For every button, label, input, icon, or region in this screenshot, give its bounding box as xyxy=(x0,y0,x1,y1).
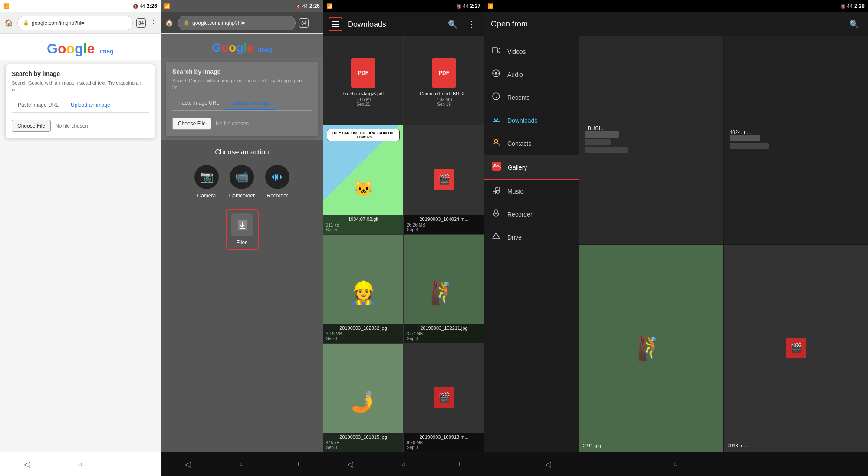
downloads-header: Downloads 🔍 ⋮ xyxy=(323,12,484,36)
address-bar-1: 🏠 🔒 google.com/imghp?hl= 34 ⋮ xyxy=(0,12,161,34)
home-nav-button-2[interactable]: ○ xyxy=(235,457,249,471)
home-button-2[interactable]: 🏠 xyxy=(164,18,174,28)
recent-button-2[interactable]: □ xyxy=(289,457,303,471)
dialog-tabs-1: Paste image URL Upload an image xyxy=(12,98,149,113)
menu-button-1[interactable]: ⋮ xyxy=(149,18,157,28)
wifi-icon-4: 📶 xyxy=(487,3,493,9)
garfield-info: 1984.07.02.gif 111 kB Sep 5 xyxy=(323,215,403,234)
download-files-icon xyxy=(235,218,249,232)
camcorder-label: Camcorder xyxy=(229,193,255,199)
status-left-3: 📶 xyxy=(327,3,333,9)
svg-rect-11 xyxy=(492,48,497,53)
speech-bubble: THEY CAN KISS THE DEW FROM THE FLOWERS xyxy=(327,129,400,141)
back-button-1[interactable]: ◁ xyxy=(20,457,34,471)
tab-count-2[interactable]: 34 xyxy=(299,18,309,28)
sidebar-item-audio[interactable]: Audio xyxy=(484,63,579,86)
tab-count-1[interactable]: 34 xyxy=(136,18,146,28)
person-photo-preview-2: 🧗 xyxy=(430,280,458,306)
camera-action[interactable]: 📷 Camera xyxy=(194,165,219,199)
battery-level-4: 44 xyxy=(847,3,852,9)
wifi-icon-2: 📶 xyxy=(164,3,170,9)
sidebar-item-recents[interactable]: Recents xyxy=(484,86,579,109)
recorder-action[interactable]: Recorder xyxy=(265,165,289,199)
address-bar-2: 🏠 🔒 google.com/imghp?hl= 34 ⋮ xyxy=(161,12,323,34)
file-photo-102832[interactable]: 👷 20190903_102832.jpg 3.16 MB Sep 3 xyxy=(323,235,403,343)
svg-marker-23 xyxy=(493,233,500,239)
video-info-100913: 20190903_100913.m... 9.66 MB Sep 3 xyxy=(404,433,484,452)
ham-line-2 xyxy=(332,24,339,25)
recent-button-3[interactable]: □ xyxy=(450,457,464,471)
battery-level-1: 44 xyxy=(140,3,145,9)
file-garfield-gif[interactable]: THEY CAN KISS THE DEW FROM THE FLOWERS 🐱… xyxy=(323,125,403,233)
sidebar-item-downloads[interactable]: Downloads xyxy=(484,109,579,132)
drive-label: Drive xyxy=(507,234,522,241)
files-icon xyxy=(231,213,253,236)
recents-nav-icon xyxy=(491,92,501,103)
home-nav-button-1[interactable]: ○ xyxy=(73,457,87,471)
choose-file-button-2[interactable]: Choose File xyxy=(172,118,211,130)
file-brochure-aug6[interactable]: PDF brochure-Aug-6.pdf 13.06 MB Sep 21 xyxy=(323,36,403,125)
tab-paste-url-1[interactable]: Paste image URL xyxy=(12,98,65,112)
back-button-2[interactable]: ◁ xyxy=(181,457,195,471)
more-button-3[interactable]: ⋮ xyxy=(465,17,479,31)
recent-button-1[interactable]: □ xyxy=(127,457,141,471)
svg-point-14 xyxy=(495,72,497,75)
back-button-4[interactable]: ◁ xyxy=(541,457,555,471)
right-cell-4024[interactable]: 4024.m... xyxy=(724,36,868,244)
wifi-icon-1: 📶 xyxy=(3,3,10,9)
sidebar-item-drive[interactable]: Drive xyxy=(484,226,579,249)
file-date-cantina: Sep 19 xyxy=(437,102,451,107)
right-cell-0913[interactable]: 🎬 0913.m... xyxy=(724,245,868,452)
mute-icon-2: 🔇 xyxy=(296,4,301,9)
file-photo-102211[interactable]: 🧗 20190903_102211.jpg 3.07 MB Sep 3 xyxy=(404,235,484,343)
hamburger-menu-button[interactable] xyxy=(329,17,342,31)
dialog-title-2: Search by image xyxy=(172,68,312,75)
sidebar-item-music[interactable]: Music xyxy=(484,180,579,203)
url-box-2[interactable]: 🔒 google.com/imghp?hl= xyxy=(178,16,296,30)
choose-file-button-1[interactable]: Choose File xyxy=(12,120,51,132)
sidebar-item-recorder[interactable]: Recorder xyxy=(484,203,579,226)
back-button-3[interactable]: ◁ xyxy=(343,457,357,471)
sidebar-item-gallery[interactable]: Gallery xyxy=(484,155,579,180)
google-header-1: Google imag xyxy=(0,34,161,60)
home-nav-button-3[interactable]: ○ xyxy=(397,457,411,471)
file-date-video1: Sep 3 xyxy=(407,227,481,232)
right-cell-bugi-text[interactable]: +BUGI... xyxy=(579,36,723,244)
file-video-104024[interactable]: 🎬 20190903_104024.m... 26.26 MB Sep 3 xyxy=(404,125,484,233)
search-dialog-1: Search by image Search Google with an im… xyxy=(5,64,155,138)
menu-button-2[interactable]: ⋮ xyxy=(312,18,320,28)
blur-bar-1 xyxy=(585,131,619,138)
status-left-1: 📶 xyxy=(3,3,10,9)
recents-label: Recents xyxy=(507,94,529,101)
status-left-4: 📶 xyxy=(487,3,493,9)
search-button-4[interactable]: 🔍 xyxy=(847,17,861,31)
file-selfie-101915[interactable]: 🤳 20190903_101915.jpg 445 kB Sep 3 xyxy=(323,344,403,452)
bottom-nav-1: ◁ ○ □ xyxy=(0,452,161,476)
search-button-3[interactable]: 🔍 xyxy=(446,17,460,31)
tab-upload-image-1[interactable]: Upload an image xyxy=(65,98,116,112)
tab-upload-image-2[interactable]: Upload an image xyxy=(225,96,277,110)
home-button-1[interactable]: 🏠 xyxy=(3,18,14,28)
tab-paste-url-2[interactable]: Paste image URL xyxy=(172,96,225,110)
right-cell-2211[interactable]: 🧗 2211.jpg xyxy=(579,245,723,452)
recorder-nav-icon xyxy=(491,209,501,220)
file-cantina[interactable]: PDF Cantina+Food+BUGI... 7.02 MB Sep 19 xyxy=(404,36,484,125)
files-section: Files xyxy=(168,209,316,250)
svg-rect-2 xyxy=(275,174,276,181)
files-action[interactable]: Files xyxy=(226,209,259,250)
recent-button-4[interactable]: □ xyxy=(797,457,811,471)
sidebar-navigation: Videos Audio Recents Downloads xyxy=(484,36,579,452)
sidebar-item-contacts[interactable]: Contacts xyxy=(484,132,579,155)
sidebar-item-videos[interactable]: Videos xyxy=(484,40,579,63)
bottom-nav-3: ◁ ○ □ xyxy=(323,452,484,476)
pdf-icon-brochure: PDF xyxy=(351,58,375,88)
blur-bar-2 xyxy=(585,139,611,145)
camcorder-action[interactable]: 📹 Camcorder xyxy=(229,165,255,199)
downloads-grid: PDF brochure-Aug-6.pdf 13.06 MB Sep 21 P… xyxy=(323,36,484,452)
status-bar-2: 📶 🔇 44 2:26 xyxy=(161,0,323,12)
home-nav-button-4[interactable]: ○ xyxy=(669,457,683,471)
film-icon-2: 🎬 xyxy=(438,392,450,403)
camera-label: Camera xyxy=(197,193,216,199)
file-video-100913[interactable]: 🎬 20190903_100913.m... 9.66 MB Sep 3 xyxy=(404,344,484,452)
url-box-1[interactable]: 🔒 google.com/imghp?hl= xyxy=(17,16,133,30)
